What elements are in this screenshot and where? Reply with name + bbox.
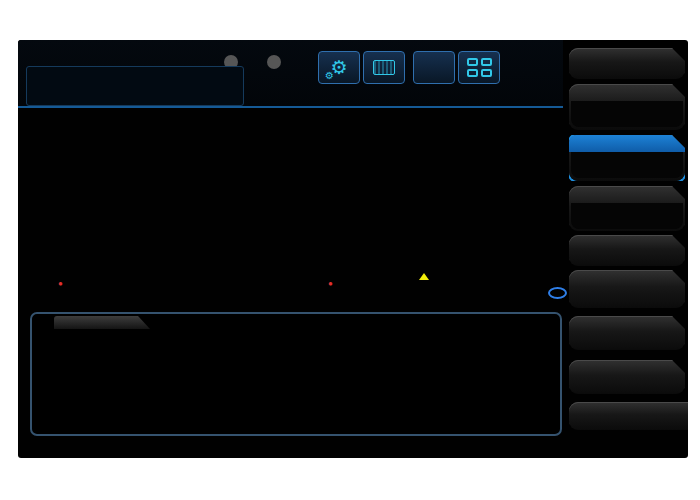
signal-table-panel: [30, 312, 562, 436]
stop-freq-indicator: ●: [328, 279, 333, 288]
pause-resume-title: [569, 186, 685, 203]
layout-button[interactable]: [458, 51, 500, 84]
meter-bars-plot: [433, 110, 560, 272]
continue-meter-button[interactable]: [569, 316, 685, 350]
blank-softkey-button[interactable]: [569, 270, 685, 308]
settings-button[interactable]: ⚙ ⚙: [318, 51, 360, 84]
start-freq: ●: [58, 278, 64, 288]
marker-readout-panel: [26, 66, 244, 106]
single-meter-button[interactable]: [569, 360, 685, 394]
frequency-scan-title: [569, 84, 685, 101]
frequency-scan-group: [569, 84, 685, 130]
instrument-screen: ⚙ ⚙: [18, 40, 688, 458]
cispr-badge[interactable]: [267, 55, 281, 69]
page-navigation: [569, 402, 688, 430]
scan-mode-button[interactable]: [363, 51, 405, 84]
y-axis: [18, 110, 39, 280]
signal-table: [37, 330, 553, 348]
start-stop-group: [569, 135, 685, 181]
small-gear-icon: ⚙: [325, 71, 334, 81]
spectrum-plot: [42, 110, 428, 272]
sweep-button[interactable]: [569, 48, 685, 79]
start-freq-indicator: ●: [58, 279, 63, 288]
sweep-position-indicator: [419, 273, 429, 280]
repeat-icon[interactable]: [548, 287, 567, 299]
emi-mode-button[interactable]: [413, 51, 455, 84]
clear-list-and-start-button[interactable]: [569, 235, 685, 266]
pause-resume-group: [569, 186, 685, 231]
stop-freq: ●: [328, 278, 334, 288]
start-stop-title: [569, 135, 685, 152]
signal-table-header: [37, 330, 553, 348]
grid-icon: [467, 58, 492, 77]
scan-icon: [373, 60, 395, 75]
screenshot: ⚙ ⚙: [0, 0, 700, 500]
signal-table-tab[interactable]: [54, 316, 150, 329]
